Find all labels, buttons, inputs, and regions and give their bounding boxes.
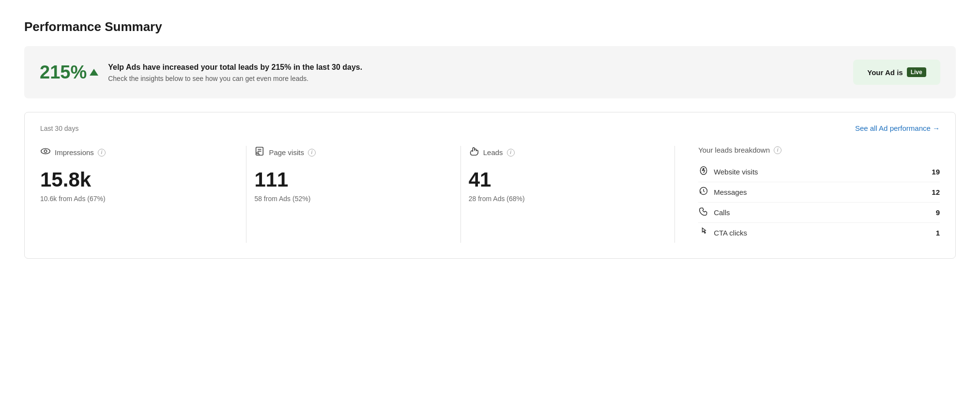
banner-percent: 215%: [40, 62, 98, 83]
banner-percent-value: 215%: [40, 62, 87, 83]
svg-line-6: [259, 154, 260, 155]
banner-text-block: Yelp Ads have increased your total leads…: [108, 62, 362, 82]
calls-icon: [698, 206, 709, 219]
metric-col-leads: Leads i 41 28 from Ads (68%): [469, 146, 683, 243]
metrics-grid: Impressions i 15.8k 10.6k from Ads (67%): [40, 146, 940, 243]
page-title: Performance Summary: [24, 19, 956, 34]
stats-period: Last 30 days: [40, 125, 78, 132]
svg-point-5: [257, 152, 259, 154]
banner-headline: Yelp Ads have increased your total leads…: [108, 62, 362, 73]
cta-clicks-icon: [698, 227, 709, 239]
leads-info-icon[interactable]: i: [507, 149, 515, 157]
cta-clicks-count: 1: [936, 229, 940, 237]
live-badge: Live: [907, 67, 926, 77]
breakdown-item-calls: Calls 9: [698, 203, 940, 223]
metric-col-breakdown: Your leads breakdown i Website visits 19: [683, 146, 940, 243]
website-visits-label: Website visits: [714, 168, 927, 176]
leads-icon: [469, 146, 479, 159]
leads-sub: 28 from Ads (68%): [469, 195, 667, 203]
breakdown-item-cta-clicks: CTA clicks 1: [698, 223, 940, 243]
calls-count: 9: [936, 208, 940, 217]
svg-point-0: [41, 149, 50, 154]
banner-status: Your Ad is Live: [853, 60, 940, 85]
metric-label-row-page-visits: Page visits i: [254, 146, 453, 159]
breakdown-list: Website visits 19 Messages 12: [698, 162, 940, 243]
leads-label: Leads: [483, 148, 503, 157]
impressions-sub: 10.6k from Ads (67%): [40, 195, 239, 203]
hand-icon: [469, 146, 479, 157]
website-visits-count: 19: [932, 168, 940, 176]
page-visits-icon: [254, 146, 265, 159]
messages-label: Messages: [714, 188, 927, 196]
metric-col-page-visits: Page visits i 111 58 from Ads (52%): [254, 146, 468, 243]
see-all-ad-performance-link[interactable]: See all Ad performance →: [855, 124, 940, 132]
svg-point-7: [703, 168, 704, 170]
impressions-info-icon[interactable]: i: [98, 149, 106, 157]
messages-count: 12: [932, 188, 940, 196]
metric-label-row-impressions: Impressions i: [40, 146, 239, 159]
page-visits-info-icon[interactable]: i: [308, 149, 316, 157]
website-visits-icon: [698, 166, 709, 178]
arrow-up-icon: [90, 69, 98, 76]
calls-label: Calls: [714, 208, 931, 217]
page-visits-label: Page visits: [269, 148, 304, 157]
breakdown-item-messages: Messages 12: [698, 182, 940, 203]
breakdown-info-icon[interactable]: i: [774, 146, 781, 154]
impressions-label: Impressions: [55, 148, 94, 157]
impressions-icon: [40, 146, 51, 159]
eye-icon: [40, 146, 51, 157]
impressions-value: 15.8k: [40, 169, 239, 191]
performance-banner: 215% Yelp Ads have increased your total …: [24, 46, 956, 98]
page-icon: [254, 146, 265, 157]
breakdown-title: Your leads breakdown: [698, 146, 770, 154]
metric-label-row-leads: Leads i: [469, 146, 667, 159]
stats-header: Last 30 days See all Ad performance →: [40, 124, 940, 132]
cta-clicks-label: CTA clicks: [714, 229, 931, 237]
breakdown-header: Your leads breakdown i: [698, 146, 940, 154]
breakdown-item-website-visits: Website visits 19: [698, 162, 940, 182]
page-visits-value: 111: [254, 169, 453, 191]
banner-status-label: Your Ad is: [867, 68, 903, 77]
banner-left: 215% Yelp Ads have increased your total …: [40, 62, 362, 83]
svg-point-1: [44, 150, 47, 153]
leads-value: 41: [469, 169, 667, 191]
banner-subtext: Check the insights below to see how you …: [108, 75, 362, 82]
messages-icon: [698, 186, 709, 198]
metric-col-impressions: Impressions i 15.8k 10.6k from Ads (67%): [40, 146, 254, 243]
page-visits-sub: 58 from Ads (52%): [254, 195, 453, 203]
stats-container: Last 30 days See all Ad performance → Im…: [24, 112, 956, 259]
